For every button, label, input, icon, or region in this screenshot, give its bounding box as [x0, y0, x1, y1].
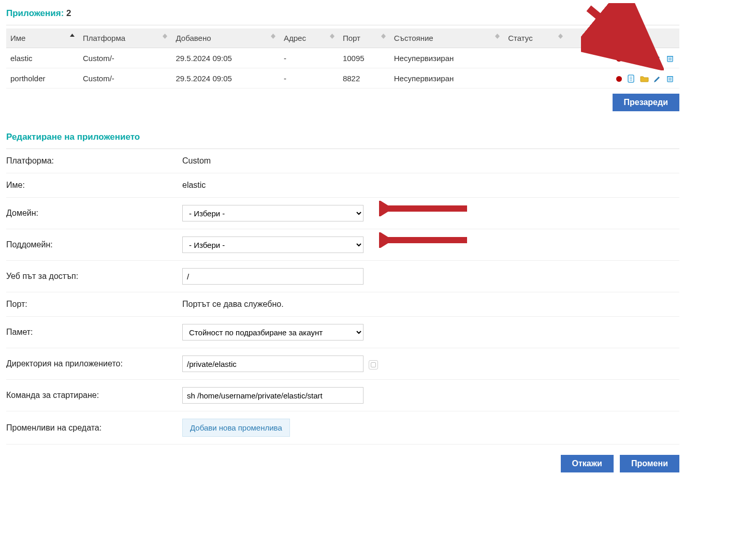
- col-address[interactable]: Адрес: [280, 28, 339, 48]
- cell-actions: [567, 48, 679, 68]
- sort-icon: [558, 34, 563, 39]
- cell-platform: Custom/-: [79, 48, 171, 68]
- webpath-label: Уеб път за достъп:: [6, 272, 182, 281]
- name-value: elastic: [182, 181, 206, 189]
- edit-title: Редактиране на приложението: [6, 132, 679, 142]
- folder-icon[interactable]: [640, 75, 649, 83]
- col-state[interactable]: Състояние: [390, 28, 504, 48]
- log-icon[interactable]: [627, 54, 635, 63]
- subdomain-select[interactable]: - Избери -: [182, 236, 364, 253]
- cell-name: portholder: [6, 68, 79, 88]
- edit-icon[interactable]: [653, 54, 662, 63]
- apps-count: 2: [66, 8, 71, 18]
- port-label: Порт:: [6, 300, 182, 309]
- edit-icon[interactable]: [653, 75, 662, 83]
- startcmd-label: Команда за стартиране:: [6, 391, 182, 400]
- sort-icon: [70, 34, 75, 37]
- cell-status: [504, 68, 566, 88]
- cell-platform: Custom/-: [79, 68, 171, 88]
- cell-address: -: [280, 68, 339, 88]
- cell-address: -: [280, 48, 339, 68]
- cell-actions: [567, 68, 679, 88]
- memory-select[interactable]: Стойност по подразбиране за акаунт: [182, 324, 364, 340]
- delete-icon[interactable]: [666, 54, 674, 63]
- folder-icon[interactable]: [640, 54, 649, 63]
- delete-icon[interactable]: [666, 75, 674, 83]
- cell-state: Несупервизиран: [390, 68, 504, 88]
- sort-icon: [330, 34, 335, 39]
- col-actions: [567, 28, 679, 48]
- col-added[interactable]: Добавено: [171, 28, 280, 48]
- memory-label: Памет:: [6, 328, 182, 337]
- startcmd-input[interactable]: [182, 387, 364, 404]
- divider: [6, 25, 679, 25]
- appdir-input[interactable]: [182, 356, 364, 372]
- webpath-input[interactable]: [182, 268, 364, 285]
- apps-title-label: Приложения:: [6, 8, 64, 18]
- col-name[interactable]: Име: [6, 28, 79, 48]
- cell-added: 29.5.2024 09:05: [171, 68, 280, 88]
- status-dot-icon: [616, 56, 622, 62]
- reload-button[interactable]: Презареди: [613, 94, 679, 111]
- table-row: portholder Custom/- 29.5.2024 09:05 - 88…: [6, 68, 679, 88]
- add-envvar-button[interactable]: Добави нова променлива: [182, 419, 290, 437]
- browse-folder-icon[interactable]: [369, 360, 378, 369]
- envvars-label: Променливи на средата:: [6, 423, 182, 433]
- cell-port: 8822: [339, 68, 390, 88]
- cell-status: [504, 48, 566, 68]
- appdir-label: Директория на приложението:: [6, 359, 182, 368]
- col-platform[interactable]: Платформа: [79, 28, 171, 48]
- cell-port: 10095: [339, 48, 390, 68]
- submit-button[interactable]: Промени: [620, 455, 679, 472]
- col-port[interactable]: Порт: [339, 28, 390, 48]
- log-icon[interactable]: [627, 75, 635, 83]
- port-text: Портът се дава служебно.: [182, 300, 284, 308]
- cancel-button[interactable]: Откажи: [561, 455, 614, 472]
- apps-table: Име Платформа Добавено: [6, 28, 679, 88]
- platform-label: Платформа:: [6, 156, 182, 166]
- cell-added: 29.5.2024 09:05: [171, 48, 280, 68]
- sort-icon: [271, 34, 275, 39]
- domain-select[interactable]: - Избери -: [182, 205, 364, 221]
- status-dot-icon: [616, 76, 622, 82]
- cell-state: Несупервизиран: [390, 48, 504, 68]
- table-row: elastic Custom/- 29.5.2024 09:05 - 10095…: [6, 48, 679, 68]
- col-status[interactable]: Статус: [504, 28, 566, 48]
- sort-icon: [495, 34, 500, 39]
- domain-label: Домейн:: [6, 209, 182, 218]
- cell-name: elastic: [6, 48, 79, 68]
- subdomain-label: Поддомейн:: [6, 240, 182, 249]
- sort-icon: [381, 34, 386, 39]
- sort-icon: [163, 34, 167, 39]
- apps-title: Приложения: 2: [6, 8, 679, 19]
- name-label: Име:: [6, 181, 182, 190]
- platform-value: Custom: [182, 156, 211, 165]
